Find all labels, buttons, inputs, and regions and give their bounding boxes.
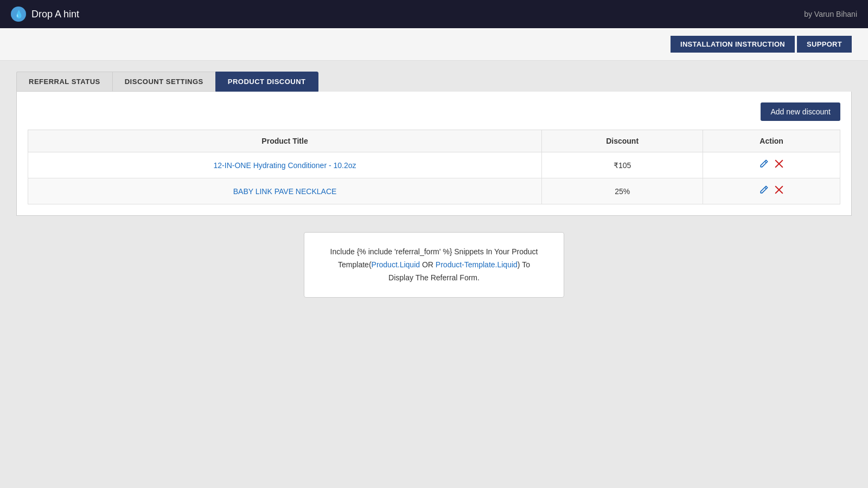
edit-icon[interactable] (759, 159, 769, 171)
product-link[interactable]: 12-IN-ONE Hydrating Conditioner - 10.2oz (214, 161, 356, 170)
add-discount-row: Add new discount (28, 102, 840, 121)
product-template-liquid-link[interactable]: Product-Template.Liquid (436, 260, 518, 269)
table-row: 12-IN-ONE Hydrating Conditioner - 10.2oz… (28, 152, 840, 178)
tab-referral-status[interactable]: REFERRAL STATUS (16, 72, 112, 92)
product-title-cell: 12-IN-ONE Hydrating Conditioner - 10.2oz (28, 152, 542, 178)
support-button[interactable]: SUPPORT (797, 36, 852, 53)
action-cell (703, 152, 840, 178)
product-link[interactable]: BABY LINK PAVE NECKLACE (233, 187, 337, 196)
action-icons (712, 159, 831, 171)
delete-icon[interactable] (774, 159, 784, 171)
add-new-discount-button[interactable]: Add new discount (761, 102, 840, 121)
tab-discount-settings[interactable]: DISCOUNT SETTINGS (112, 72, 215, 92)
sub-header-buttons: INSTALLATION INSTRUCTION SUPPORT (671, 36, 852, 53)
sub-header: INSTALLATION INSTRUCTION SUPPORT (0, 28, 868, 61)
info-text-mid: OR (420, 260, 436, 269)
discount-table: Product Title Discount Action 12-IN-ONE … (28, 130, 840, 204)
credit-text: by Varun Bihani (804, 10, 857, 18)
top-bar: 💧 Drop A hint by Varun Bihani (0, 0, 868, 28)
app-name: Drop A hint (31, 9, 79, 20)
logo-icon: 💧 (11, 7, 26, 22)
info-box: Include {% include 'referral_form' %} Sn… (304, 232, 564, 298)
table-row: BABY LINK PAVE NECKLACE25% (28, 178, 840, 204)
product-title-cell: BABY LINK PAVE NECKLACE (28, 178, 542, 204)
discount-cell: 25% (542, 178, 703, 204)
action-cell (703, 178, 840, 204)
col-action: Action (703, 130, 840, 152)
col-discount: Discount (542, 130, 703, 152)
action-icons (712, 185, 831, 197)
tabs: REFERRAL STATUS DISCOUNT SETTINGS PRODUC… (16, 72, 852, 92)
product-liquid-link[interactable]: Product.Liquid (372, 260, 420, 269)
delete-icon[interactable] (774, 185, 784, 197)
product-discount-panel: Add new discount Product Title Discount … (16, 92, 852, 216)
discount-cell: ₹105 (542, 152, 703, 178)
tab-product-discount[interactable]: PRODUCT DISCOUNT (215, 72, 318, 92)
installation-instruction-button[interactable]: INSTALLATION INSTRUCTION (671, 36, 795, 53)
table-header-row: Product Title Discount Action (28, 130, 840, 152)
col-product-title: Product Title (28, 130, 542, 152)
main-content: REFERRAL STATUS DISCOUNT SETTINGS PRODUC… (0, 61, 868, 325)
edit-icon[interactable] (759, 185, 769, 197)
app-branding: 💧 Drop A hint (11, 7, 79, 22)
